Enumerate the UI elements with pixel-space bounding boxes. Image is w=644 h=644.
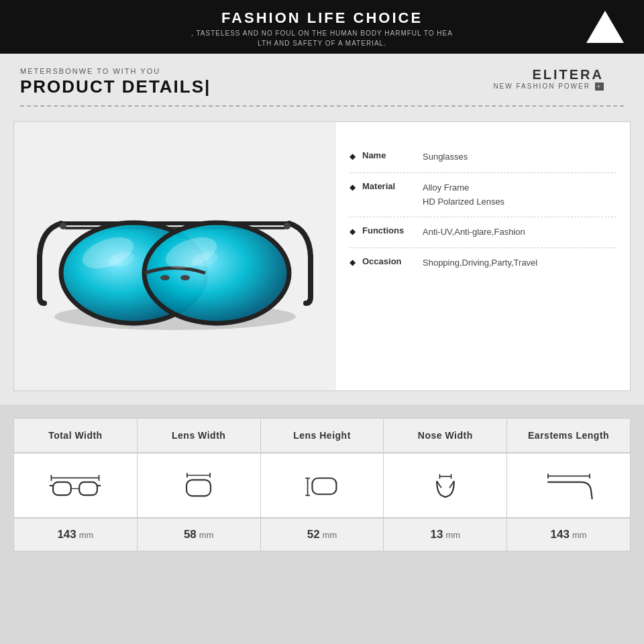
meas-unit: mm [572, 530, 587, 540]
svg-rect-1 [61, 221, 289, 225]
meas-number: 143 [57, 528, 76, 541]
sunglasses-image [34, 156, 316, 357]
meas-icon-cell [14, 453, 138, 517]
meas-label: Earstems Length [528, 430, 609, 441]
spec-label: Functions [362, 225, 423, 235]
meas-number: 13 [430, 528, 443, 541]
content-row: ◆ Name Sunglasses ◆ Material Alloy Frame… [13, 121, 631, 391]
main-title: FASHION LIFE CHOICE [13, 9, 631, 27]
brand-tagline: METERSBONWE TO WITH YOU [20, 67, 211, 75]
dashed-divider [20, 105, 624, 107]
measurements-section: Total WidthLens WidthLens HeightNose Wid… [0, 405, 644, 572]
meas-unit: mm [445, 530, 460, 540]
meas-label: Total Width [48, 430, 103, 441]
product-specs: ◆ Name Sunglasses ◆ Material Alloy Frame… [336, 122, 630, 390]
meas-number: 52 [307, 528, 320, 541]
meas-label: Nose Width [418, 430, 473, 441]
meas-unit: mm [79, 530, 94, 540]
meas-header-col: Earstems Length [507, 419, 630, 452]
measurements-values: 143mm58mm52mm13mm143mm [14, 519, 630, 551]
spec-value: Shopping,Driving,Party,Travel [423, 256, 537, 270]
meas-value-cell: 13mm [384, 519, 507, 551]
meas-icon-cell [138, 453, 261, 517]
spec-label: Material [362, 181, 423, 191]
main-content: ◆ Name Sunglasses ◆ Material Alloy Frame… [0, 121, 644, 405]
meas-value-cell: 52mm [261, 519, 384, 551]
specs-container: ◆ Name Sunglasses ◆ Material Alloy Frame… [350, 142, 616, 278]
spec-row: ◆ Functions Anti-UV,Anti-glare,Fashion [350, 217, 616, 248]
product-section-title: PRODUCT DETAILS| [20, 76, 211, 97]
svg-rect-18 [54, 482, 72, 496]
measurements-table: Total WidthLens WidthLens HeightNose Wid… [13, 418, 631, 551]
meas-number: 58 [184, 528, 197, 541]
meas-icon-cell [384, 453, 507, 517]
svg-point-7 [160, 275, 170, 280]
elitera-block: ELITERA NEW FASHION POWER + [493, 67, 604, 91]
svg-point-14 [284, 223, 290, 229]
spec-value: Sunglasses [423, 150, 468, 164]
meas-value-cell: 58mm [138, 519, 261, 551]
spec-label: Occasion [362, 256, 423, 266]
meas-header-col: Nose Width [384, 419, 507, 452]
meas-header-col: Lens Width [138, 419, 261, 452]
meas-value-cell: 143mm [507, 519, 630, 551]
diamond-icon: ◆ [350, 152, 356, 161]
spec-row: ◆ Material Alloy FrameHD Polarized Lense… [350, 173, 616, 218]
svg-point-8 [180, 275, 190, 280]
product-image-area [14, 122, 336, 390]
meas-header-col: Total Width [14, 419, 138, 452]
spec-value: Anti-UV,Anti-glare,Fashion [423, 225, 525, 239]
elitera-plus-icon: + [595, 83, 604, 91]
elitera-name: ELITERA [493, 67, 604, 83]
measurements-icons [14, 453, 630, 519]
diamond-icon: ◆ [350, 258, 356, 267]
spec-label: Name [362, 150, 423, 160]
svg-rect-26 [186, 480, 211, 496]
meas-label: Lens Width [172, 430, 225, 441]
meas-unit: mm [323, 530, 337, 540]
meas-number: 143 [551, 528, 570, 541]
meas-icon-cell [261, 453, 384, 517]
meas-header-col: Lens Height [261, 419, 384, 452]
sub-title-line1: , TASTELESS AND NO FOUL ON THE HUMAN BOD… [13, 30, 631, 37]
spec-row: ◆ Occasion Shopping,Driving,Party,Travel [350, 248, 616, 278]
svg-rect-19 [80, 482, 98, 496]
svg-point-13 [60, 223, 66, 229]
meas-icon-cell [507, 453, 630, 517]
spec-row: ◆ Name Sunglasses [350, 142, 616, 173]
meas-unit: mm [199, 530, 214, 540]
spec-value: Alloy FrameHD Polarized Lenses [423, 181, 504, 209]
sub-title-line2: LTH AND SAFETY OF A MATERIAL. [13, 40, 631, 47]
triangle-icon [586, 11, 624, 43]
meas-label: Lens Height [293, 430, 351, 441]
elitera-sub: NEW FASHION POWER + [493, 83, 604, 91]
measurements-header: Total WidthLens WidthLens HeightNose Wid… [14, 419, 630, 453]
top-header: FASHION LIFE CHOICE , TASTELESS AND NO F… [0, 0, 644, 54]
meas-value-cell: 143mm [14, 519, 138, 551]
product-section: METERSBONWE TO WITH YOU PRODUCT DETAILS|… [0, 54, 644, 121]
diamond-icon: ◆ [350, 227, 356, 236]
svg-rect-30 [312, 478, 336, 494]
product-header-left: METERSBONWE TO WITH YOU PRODUCT DETAILS| [20, 67, 211, 97]
diamond-icon: ◆ [350, 182, 356, 192]
